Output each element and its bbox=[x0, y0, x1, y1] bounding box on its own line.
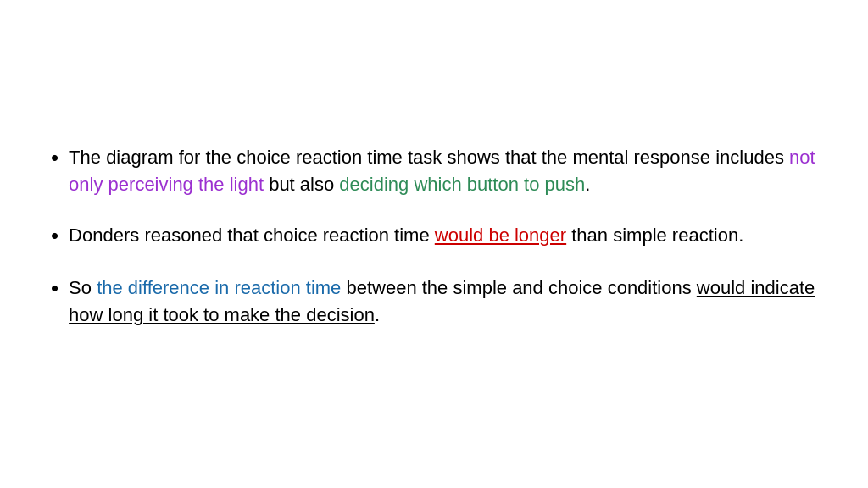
bullet-item-3: • So the difference in reaction time bet… bbox=[51, 274, 817, 329]
bullet-text-3: So the difference in reaction time betwe… bbox=[69, 274, 817, 329]
text-b3-blue: the difference in reaction time bbox=[97, 277, 341, 298]
bullet-text-1: The diagram for the choice reaction time… bbox=[69, 144, 817, 198]
text-b1-green: deciding which button to push bbox=[339, 174, 585, 195]
bullet-dot-1: • bbox=[51, 144, 58, 173]
bullet-text-2: Donders reasoned that choice reaction ti… bbox=[69, 222, 817, 249]
slide-container: • The diagram for the choice reaction ti… bbox=[0, 0, 868, 488]
text-b1-period: . bbox=[585, 174, 590, 195]
bullet-item-2: • Donders reasoned that choice reaction … bbox=[51, 222, 817, 251]
bullet-dot-3: • bbox=[51, 274, 58, 303]
text-b3-1: So bbox=[69, 277, 97, 298]
text-b2-red: would be longer bbox=[435, 225, 566, 246]
text-b1-2: but also bbox=[264, 174, 339, 195]
bullet-item-1: • The diagram for the choice reaction ti… bbox=[51, 144, 817, 198]
text-b3-2: between the simple and choice conditions bbox=[341, 277, 696, 298]
text-b3-period: . bbox=[375, 304, 380, 325]
bullet-dot-2: • bbox=[51, 222, 58, 251]
text-b2-1: Donders reasoned that choice reaction ti… bbox=[69, 225, 435, 246]
text-b1-1: The diagram for the choice reaction time… bbox=[69, 147, 789, 168]
text-b2-2: than simple reaction. bbox=[566, 225, 743, 246]
